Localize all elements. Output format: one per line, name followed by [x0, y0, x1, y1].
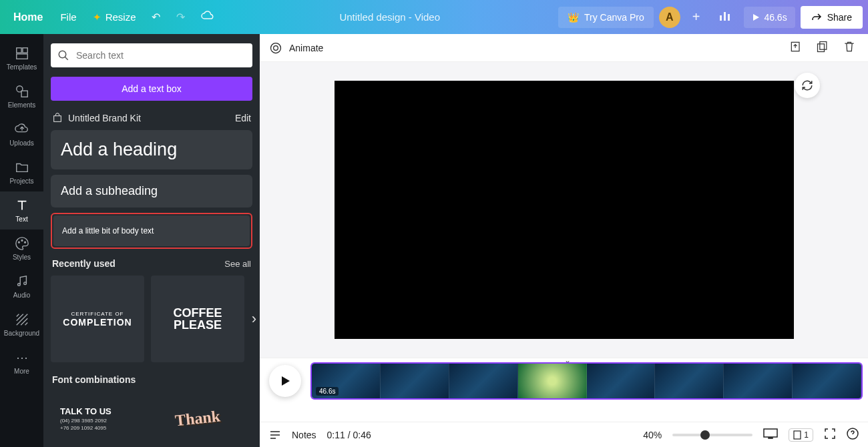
- svg-rect-18: [820, 41, 827, 49]
- timeline-clip[interactable]: [449, 364, 518, 398]
- brand-kit-icon: [52, 113, 63, 123]
- fullscreen-icon[interactable]: [824, 428, 836, 442]
- brand-kit-label: Untitled Brand Kit: [52, 113, 141, 123]
- present-button[interactable]: 46.6s: [744, 7, 795, 28]
- canvas-stage[interactable]: [260, 62, 868, 358]
- resize-label: Resize: [105, 11, 136, 23]
- svg-rect-20: [764, 429, 777, 437]
- fit-screen-icon[interactable]: [763, 428, 778, 441]
- text-icon: [15, 198, 29, 213]
- help-icon[interactable]: [847, 428, 859, 442]
- rail-audio[interactable]: Audio: [0, 268, 43, 306]
- rail-projects[interactable]: Projects: [0, 153, 43, 191]
- rail-uploads[interactable]: Uploads: [0, 115, 43, 153]
- timeline-clip[interactable]: [587, 364, 656, 398]
- text-template-thumb[interactable]: CERTIFICATE OF COMPLETION: [51, 276, 144, 362]
- avatar[interactable]: A: [659, 7, 680, 28]
- search-input[interactable]: [76, 50, 246, 61]
- rail-styles[interactable]: Styles: [0, 230, 43, 268]
- svg-point-16: [274, 45, 278, 50]
- svg-point-9: [21, 240, 23, 242]
- font-combo-thumb[interactable]: TALK TO US (04) 298 3985 2092 +76 209 10…: [51, 392, 144, 445]
- timeline-clip[interactable]: [655, 364, 724, 398]
- export-page-icon[interactable]: [787, 37, 805, 59]
- see-all-link[interactable]: See all: [224, 259, 251, 269]
- refresh-icon: [801, 79, 813, 91]
- zoom-slider-knob[interactable]: [700, 430, 710, 440]
- rail-templates[interactable]: Templates: [0, 39, 43, 77]
- svg-point-13: [59, 51, 66, 58]
- rail-elements[interactable]: Elements: [0, 77, 43, 115]
- timeline-clip[interactable]: [724, 364, 793, 398]
- templates-icon: [15, 46, 29, 61]
- zoom-value: 40%: [643, 430, 662, 440]
- duration-label: 46.6s: [764, 12, 787, 23]
- styles-icon: [15, 236, 29, 251]
- rail-more[interactable]: ⋯More: [0, 344, 43, 382]
- text-template-thumb[interactable]: COFFEE PLEASE: [151, 276, 244, 362]
- text-panel: Add a text box Untitled Brand Kit Edit A…: [43, 34, 260, 447]
- cloud-sync-icon[interactable]: [194, 5, 221, 29]
- video-frame[interactable]: [335, 81, 794, 339]
- share-button[interactable]: Share: [801, 6, 863, 29]
- rail-background[interactable]: Background: [0, 306, 43, 344]
- svg-rect-5: [16, 54, 27, 59]
- font-combinations-title: Font combinations: [52, 374, 251, 385]
- timeline-clip[interactable]: [793, 364, 861, 398]
- animate-button[interactable]: Animate: [269, 41, 323, 55]
- add-text-box-button[interactable]: Add a text box: [51, 77, 252, 101]
- undo-icon[interactable]: ↶: [145, 5, 167, 29]
- svg-rect-22: [794, 431, 801, 439]
- audio-icon: [15, 274, 29, 289]
- uploads-icon: [15, 122, 29, 137]
- top-bar: Home File ✦ Resize ↶ ↷ Untitled design -…: [0, 0, 868, 34]
- page-icon: [793, 430, 801, 440]
- timeline: ⌄ ▼ 46.6s: [260, 358, 868, 422]
- svg-rect-0: [720, 15, 722, 21]
- search-input-wrap[interactable]: [51, 43, 252, 67]
- design-title[interactable]: Untitled design - Video: [221, 11, 558, 23]
- notes-button[interactable]: Notes: [292, 430, 316, 440]
- rail-text[interactable]: Text: [0, 191, 43, 230]
- share-label: Share: [827, 12, 852, 23]
- home-link[interactable]: Home: [5, 6, 51, 29]
- svg-rect-7: [21, 91, 27, 97]
- share-icon: [811, 13, 822, 22]
- search-icon: [57, 49, 69, 61]
- page-indicator[interactable]: 1: [789, 428, 813, 442]
- resize-button[interactable]: ✦ Resize: [86, 6, 143, 29]
- font-combo-thumb[interactable]: Thank: [151, 392, 244, 445]
- svg-rect-2: [728, 14, 730, 21]
- timeline-clip[interactable]: 46.6s: [312, 364, 381, 398]
- chevron-right-icon[interactable]: ›: [252, 310, 256, 328]
- play-button[interactable]: [269, 365, 301, 397]
- playback-time: 0:11 / 0:46: [327, 430, 371, 440]
- add-body-text-button[interactable]: Add a little bit of body text: [53, 215, 250, 246]
- canvas-toolbar: Animate: [260, 34, 868, 62]
- side-rail: Templates Elements Uploads Projects Text…: [0, 34, 43, 447]
- delete-page-icon[interactable]: [840, 37, 859, 59]
- more-icon: ⋯: [15, 350, 29, 365]
- file-menu[interactable]: File: [53, 6, 83, 28]
- regenerate-button[interactable]: [795, 73, 820, 98]
- add-heading-button[interactable]: Add a heading: [51, 130, 252, 169]
- svg-point-15: [271, 43, 281, 53]
- add-subheading-button[interactable]: Add a subheading: [51, 175, 252, 207]
- bottom-bar: Notes 0:11 / 0:46 40% 1: [260, 422, 868, 447]
- notes-icon: [269, 430, 281, 440]
- elements-icon: [15, 84, 29, 99]
- zoom-slider[interactable]: [672, 434, 752, 436]
- timeline-clip-track[interactable]: ▼ 46.6s: [310, 362, 863, 400]
- duplicate-page-icon[interactable]: [813, 37, 832, 59]
- insights-icon[interactable]: [712, 5, 738, 30]
- svg-rect-1: [724, 12, 726, 21]
- timeline-clip[interactable]: [518, 364, 587, 398]
- edit-brand-kit-link[interactable]: Edit: [235, 113, 251, 123]
- svg-rect-21: [769, 438, 773, 438]
- svg-rect-3: [16, 48, 21, 53]
- add-member-icon[interactable]: +: [686, 5, 707, 29]
- try-canva-pro-button[interactable]: 👑 Try Canva Pro: [558, 7, 654, 28]
- play-icon: [280, 376, 290, 386]
- timeline-clip[interactable]: [381, 364, 449, 398]
- redo-icon[interactable]: ↷: [170, 5, 192, 29]
